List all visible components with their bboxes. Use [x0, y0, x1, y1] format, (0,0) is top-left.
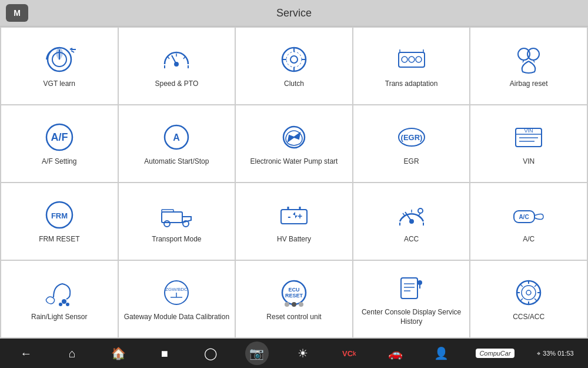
- airbag-reset-icon: [511, 44, 546, 76]
- svg-point-21: [409, 57, 415, 62]
- home-button[interactable]: ⌂: [61, 342, 84, 365]
- center-console-label: Center Console Display Service History: [356, 308, 467, 326]
- car-button[interactable]: 🚗: [383, 342, 407, 365]
- svg-point-20: [402, 57, 407, 62]
- grid-item-gateway[interactable]: ZGW/BDC Gateway Module Data Calibration: [119, 261, 235, 337]
- grid-item-egr[interactable]: (EGR) EGR: [353, 105, 470, 182]
- svg-line-87: [520, 284, 523, 287]
- dot-2: [292, 302, 296, 307]
- ccs-acc-icon: [511, 277, 546, 309]
- m-button[interactable]: M: [6, 4, 28, 22]
- speed-pto-icon: [159, 44, 194, 76]
- svg-point-75: [418, 281, 422, 284]
- svg-point-81: [522, 286, 536, 300]
- svg-point-44: [164, 221, 170, 227]
- grid-item-ac[interactable]: A/C A/C: [470, 183, 587, 260]
- transport-mode-icon: [159, 199, 194, 231]
- ac-label: A/C: [523, 235, 534, 244]
- frm-reset-icon: FRM: [42, 199, 77, 231]
- hv-battery-icon: - +: [276, 199, 312, 231]
- service-grid: VGT learn Speed & PTO Clutch Trans adapt…: [0, 26, 588, 339]
- grid-item-vgt-learn[interactable]: VGT learn: [1, 28, 118, 104]
- svg-point-22: [416, 57, 422, 62]
- svg-text:ECU: ECU: [288, 287, 299, 293]
- camera-button[interactable]: 📷: [245, 342, 269, 365]
- back-button[interactable]: ←: [14, 342, 38, 365]
- person-car-button[interactable]: 👤: [430, 342, 453, 365]
- center-console-icon: [394, 272, 429, 304]
- dot-3: [299, 302, 303, 307]
- svg-point-61: [418, 208, 423, 213]
- svg-text:FRM: FRM: [51, 211, 68, 220]
- clutch-label: Clutch: [284, 79, 304, 89]
- grid-item-clutch[interactable]: Clutch: [236, 28, 352, 104]
- bt-icon: ⌖: [537, 350, 540, 357]
- svg-line-88: [534, 299, 537, 301]
- svg-line-89: [520, 299, 523, 301]
- svg-point-90: [526, 290, 531, 295]
- svg-text:-: -: [288, 211, 290, 221]
- svg-text:A/C: A/C: [519, 214, 529, 220]
- grid-item-transport-mode[interactable]: Transport Mode: [119, 183, 235, 260]
- browser-button[interactable]: ◯: [199, 342, 222, 365]
- settings-button[interactable]: ☀: [291, 342, 315, 365]
- bottom-bar: ← ⌂ 🏠 ■ ◯ 📷 ☀ VCk 🚗 👤 CompuCar ⌖ 33% 01:…: [0, 339, 588, 368]
- main-wrapper: VGT learn Speed & PTO Clutch Trans adapt…: [0, 26, 588, 339]
- svg-text:(EGR): (EGR): [400, 133, 422, 142]
- page-dots: [285, 302, 303, 307]
- grid-item-vin[interactable]: VIN VIN: [470, 105, 587, 182]
- gateway-label: Gateway Module Data Calibration: [124, 313, 229, 322]
- hv-battery-label: HV Battery: [277, 235, 311, 244]
- svg-point-66: [66, 303, 69, 306]
- compucar-logo: CompuCar: [476, 349, 514, 358]
- vin-icon: VIN: [511, 121, 546, 154]
- svg-line-9: [168, 57, 169, 59]
- auto-start-stop-label: Automatic Start/Stop: [144, 157, 209, 167]
- acc-label: ACC: [404, 235, 419, 244]
- svg-text:VIN: VIN: [524, 128, 533, 134]
- af-setting-label: A/F Setting: [42, 157, 76, 167]
- grid-item-ccs-acc[interactable]: CCS/ACC: [470, 261, 587, 337]
- grid-item-acc[interactable]: ACC: [353, 183, 470, 260]
- ccs-acc-label: CCS/ACC: [513, 313, 544, 322]
- vgt-learn-label: VGT learn: [44, 79, 75, 89]
- grid-item-trans-adaptation[interactable]: Trans adaptation: [353, 28, 470, 104]
- grid-item-af-setting[interactable]: A/F A/F Setting: [1, 105, 118, 182]
- svg-line-11: [183, 57, 185, 59]
- ac-icon: A/C: [511, 199, 546, 231]
- svg-line-58: [403, 213, 405, 216]
- svg-point-65: [59, 303, 62, 306]
- frm-reset-label: FRM RESET: [39, 235, 79, 244]
- grid-item-reset-control[interactable]: ECU RESET Reset control unit: [236, 261, 352, 337]
- svg-line-86: [534, 284, 537, 287]
- grid-item-speed-pto[interactable]: Speed & PTO: [119, 28, 235, 104]
- trans-adaptation-label: Trans adaptation: [385, 79, 438, 89]
- svg-text:A/F: A/F: [51, 131, 68, 143]
- auto-start-stop-icon: A: [159, 121, 194, 154]
- grid-item-ewp-start[interactable]: Electronic Water Pump start: [236, 105, 352, 182]
- ewp-start-icon: [276, 121, 312, 154]
- grid-item-frm-reset[interactable]: FRM FRM RESET: [1, 183, 118, 260]
- svg-text:ZGW/BDC: ZGW/BDC: [166, 287, 188, 292]
- vci-button[interactable]: VCk: [338, 342, 361, 365]
- rain-light-icon: [42, 277, 77, 309]
- vin-label: VIN: [523, 157, 534, 167]
- trans-adaptation-icon: [394, 44, 429, 76]
- svg-rect-49: [281, 210, 307, 224]
- grid-item-center-console[interactable]: Center Console Display Service History: [353, 261, 470, 337]
- grid-item-hv-battery[interactable]: - + HV Battery: [236, 183, 352, 260]
- clutch-icon: [276, 44, 312, 76]
- page-title: Service: [276, 7, 312, 19]
- grid-item-rain-light[interactable]: Rain/Light Sensor: [1, 261, 118, 337]
- grid-item-airbag-reset[interactable]: Airbag reset: [470, 28, 587, 104]
- grid-item-auto-start-stop[interactable]: A Automatic Start/Stop: [119, 105, 235, 182]
- rain-light-label: Rain/Light Sensor: [31, 313, 87, 322]
- acc-icon: [394, 199, 429, 231]
- app-button[interactable]: 🏠: [106, 342, 130, 365]
- svg-line-4: [71, 51, 74, 52]
- svg-text:+: +: [298, 211, 302, 221]
- vgt-learn-icon: [42, 44, 77, 76]
- square-button[interactable]: ■: [153, 342, 176, 365]
- status-area: ⌖ 33% 01:53: [537, 350, 574, 357]
- svg-point-14: [286, 52, 302, 67]
